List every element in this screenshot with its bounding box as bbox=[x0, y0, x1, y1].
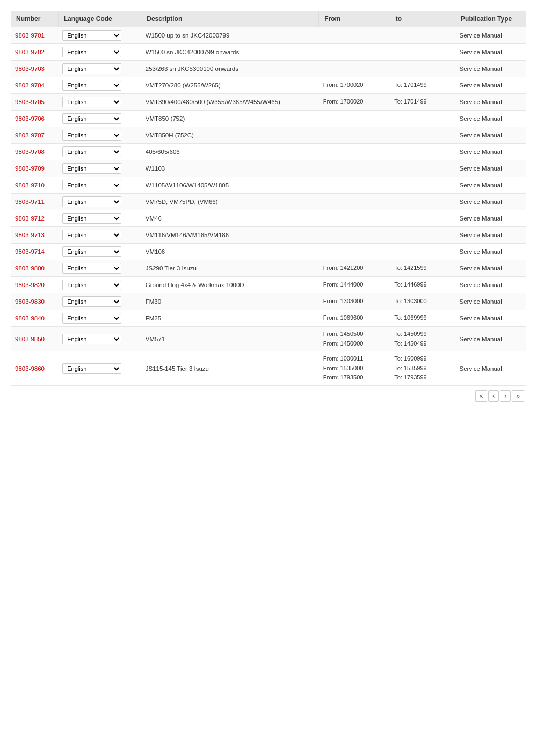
cell-language[interactable]: English bbox=[58, 177, 141, 194]
cell-language[interactable]: English bbox=[58, 144, 141, 160]
cell-description: VM106 bbox=[141, 244, 319, 260]
cell-language[interactable]: English bbox=[58, 351, 141, 386]
language-select[interactable]: English bbox=[62, 263, 121, 274]
cell-language[interactable]: English bbox=[58, 277, 141, 293]
cell-number[interactable]: 9803-9708 bbox=[11, 144, 58, 160]
cell-language[interactable]: English bbox=[58, 77, 141, 94]
language-select[interactable]: English bbox=[62, 146, 121, 157]
table-row: 9803-9705EnglishVMT390/400/480/500 (W355… bbox=[11, 94, 526, 111]
cell-description: 253/263 sn JKC5300100 onwards bbox=[141, 61, 319, 77]
cell-language[interactable]: English bbox=[58, 227, 141, 244]
language-select[interactable]: English bbox=[62, 47, 121, 57]
cell-description: VM116/VM146/VM165/VM186 bbox=[141, 227, 319, 244]
table-body: 9803-9701EnglishW1500 up to sn JKC420007… bbox=[11, 27, 526, 386]
cell-from bbox=[319, 244, 390, 260]
cell-language[interactable]: English bbox=[58, 244, 141, 260]
cell-number[interactable]: 9803-9711 bbox=[11, 194, 58, 210]
language-select[interactable]: English bbox=[62, 163, 121, 174]
cell-number[interactable]: 9803-9705 bbox=[11, 94, 58, 111]
cell-to: To: 1701499 bbox=[390, 94, 455, 111]
cell-to: To: 1600999 To: 1535999 To: 1793599 bbox=[390, 351, 455, 386]
cell-description: Ground Hog 4x4 & Workmax 1000D bbox=[141, 277, 319, 293]
language-select[interactable]: English bbox=[62, 30, 121, 41]
cell-pub-type: Service Manual bbox=[455, 293, 526, 310]
cell-number[interactable]: 9803-9710 bbox=[11, 177, 58, 194]
col-header-to: to bbox=[390, 11, 455, 27]
language-select[interactable]: English bbox=[62, 130, 121, 141]
cell-number[interactable]: 9803-9820 bbox=[11, 277, 58, 293]
language-select[interactable]: English bbox=[62, 63, 121, 74]
language-select[interactable]: English bbox=[62, 113, 121, 124]
cell-number[interactable]: 9803-9840 bbox=[11, 310, 58, 327]
cell-pub-type: Service Manual bbox=[455, 111, 526, 127]
language-select[interactable]: English bbox=[62, 230, 121, 240]
cell-number[interactable]: 9803-9712 bbox=[11, 210, 58, 227]
cell-from bbox=[319, 61, 390, 77]
cell-pub-type: Service Manual bbox=[455, 310, 526, 327]
cell-number[interactable]: 9803-9714 bbox=[11, 244, 58, 260]
language-select[interactable]: English bbox=[62, 213, 121, 224]
col-header-number: Number bbox=[11, 11, 58, 27]
table-row: 9803-9709EnglishW1103Service Manual bbox=[11, 160, 526, 177]
last-page-button[interactable]: » bbox=[512, 390, 524, 402]
cell-language[interactable]: English bbox=[58, 44, 141, 61]
cell-pub-type: Service Manual bbox=[455, 44, 526, 61]
table-row: 9803-9840EnglishFM25From: 1069600To: 106… bbox=[11, 310, 526, 327]
cell-pub-type: Service Manual bbox=[455, 177, 526, 194]
cell-number[interactable]: 9803-9860 bbox=[11, 351, 58, 386]
cell-from: From: 1700020 bbox=[319, 94, 390, 111]
cell-language[interactable]: English bbox=[58, 111, 141, 127]
cell-language[interactable]: English bbox=[58, 260, 141, 277]
cell-number[interactable]: 9803-9703 bbox=[11, 61, 58, 77]
cell-language[interactable]: English bbox=[58, 94, 141, 111]
prev-page-button[interactable]: ‹ bbox=[488, 390, 499, 402]
language-select[interactable]: English bbox=[62, 363, 121, 374]
cell-number[interactable]: 9803-9800 bbox=[11, 260, 58, 277]
cell-pub-type: Service Manual bbox=[455, 227, 526, 244]
cell-pub-type: Service Manual bbox=[455, 260, 526, 277]
cell-number[interactable]: 9803-9702 bbox=[11, 44, 58, 61]
table-row: 9803-9860EnglishJS115-145 Tier 3 IsuzuFr… bbox=[11, 351, 526, 386]
cell-number[interactable]: 9803-9850 bbox=[11, 327, 58, 351]
cell-description: FM25 bbox=[141, 310, 319, 327]
next-page-button[interactable]: › bbox=[500, 390, 511, 402]
cell-pub-type: Service Manual bbox=[455, 61, 526, 77]
language-select[interactable]: English bbox=[62, 246, 121, 257]
language-select[interactable]: English bbox=[62, 97, 121, 107]
table-row: 9803-9850EnglishVM571From: 1450500 From:… bbox=[11, 327, 526, 351]
cell-language[interactable]: English bbox=[58, 127, 141, 144]
language-select[interactable]: English bbox=[62, 313, 121, 324]
cell-language[interactable]: English bbox=[58, 210, 141, 227]
cell-number[interactable]: 9803-9706 bbox=[11, 111, 58, 127]
cell-number[interactable]: 9803-9709 bbox=[11, 160, 58, 177]
cell-language[interactable]: English bbox=[58, 61, 141, 77]
cell-description: W1500 sn JKC42000799 onwards bbox=[141, 44, 319, 61]
language-select[interactable]: English bbox=[62, 334, 121, 344]
cell-from bbox=[319, 144, 390, 160]
cell-language[interactable]: English bbox=[58, 160, 141, 177]
cell-to: To: 1069999 bbox=[390, 310, 455, 327]
cell-language[interactable]: English bbox=[58, 194, 141, 210]
language-select[interactable]: English bbox=[62, 196, 121, 207]
cell-language[interactable]: English bbox=[58, 27, 141, 44]
cell-number[interactable]: 9803-9713 bbox=[11, 227, 58, 244]
cell-to bbox=[390, 194, 455, 210]
language-select[interactable]: English bbox=[62, 280, 121, 290]
cell-language[interactable]: English bbox=[58, 293, 141, 310]
cell-from bbox=[319, 160, 390, 177]
cell-language[interactable]: English bbox=[58, 310, 141, 327]
cell-number[interactable]: 9803-9701 bbox=[11, 27, 58, 44]
first-page-button[interactable]: « bbox=[475, 390, 488, 402]
page-container: Number Language Code Description From to… bbox=[0, 0, 537, 756]
language-select[interactable]: English bbox=[62, 296, 121, 307]
col-header-language: Language Code bbox=[58, 11, 141, 27]
cell-number[interactable]: 9803-9707 bbox=[11, 127, 58, 144]
pagination: « ‹ › » bbox=[11, 386, 526, 406]
cell-number[interactable]: 9803-9704 bbox=[11, 77, 58, 94]
language-select[interactable]: English bbox=[62, 80, 121, 91]
cell-pub-type: Service Manual bbox=[455, 144, 526, 160]
cell-language[interactable]: English bbox=[58, 327, 141, 351]
language-select[interactable]: English bbox=[62, 180, 121, 190]
cell-pub-type: Service Manual bbox=[455, 77, 526, 94]
cell-number[interactable]: 9803-9830 bbox=[11, 293, 58, 310]
